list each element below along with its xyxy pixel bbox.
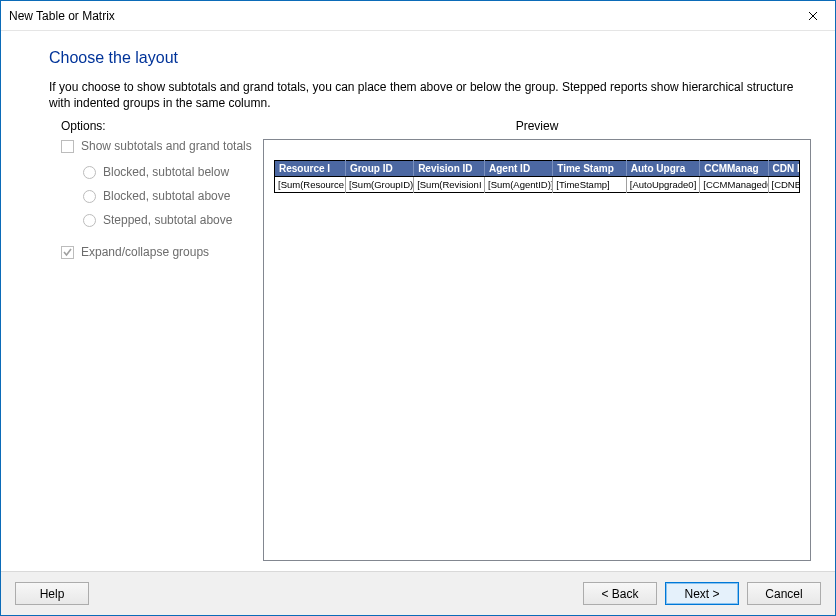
option-blocked-below: Blocked, subtotal below [83, 165, 263, 179]
option-stepped-above: Stepped, subtotal above [83, 213, 263, 227]
col-revision: Revision ID [414, 161, 485, 177]
option-expand-collapse[interactable]: Expand/collapse groups [61, 245, 263, 259]
preview-table: Resource I Group ID Revision ID Agent ID… [274, 160, 800, 193]
cell-autoupgra: [AutoUpgrade0] [626, 177, 700, 193]
cancel-button[interactable]: Cancel [747, 582, 821, 605]
options-label: Options: [61, 119, 263, 133]
window-title: New Table or Matrix [9, 9, 790, 23]
table-row: [Sum(Resource [Sum(GroupID) [Sum(Revisio… [275, 177, 800, 193]
cell-agent: [Sum(AgentID)] [485, 177, 553, 193]
preview-label: Preview [263, 119, 811, 133]
table-header-row: Resource I Group ID Revision ID Agent ID… [275, 161, 800, 177]
col-timestamp: Time Stamp [553, 161, 627, 177]
body-row: Options: Show subtotals and grand totals… [25, 119, 811, 561]
checkbox-icon [61, 140, 74, 153]
close-button[interactable] [790, 1, 835, 30]
cell-resource: [Sum(Resource [275, 177, 346, 193]
options-column: Options: Show subtotals and grand totals… [25, 119, 263, 561]
option-stepped-above-label: Stepped, subtotal above [103, 213, 232, 227]
option-blocked-below-label: Blocked, subtotal below [103, 165, 229, 179]
option-show-subtotals-label: Show subtotals and grand totals [81, 139, 252, 153]
col-group: Group ID [345, 161, 413, 177]
cell-timestamp: [TimeStamp] [553, 177, 627, 193]
page-description: If you choose to show subtotals and gran… [49, 79, 811, 111]
content-area: Choose the layout If you choose to show … [1, 31, 835, 571]
col-agent: Agent ID [485, 161, 553, 177]
col-autoupgra: Auto Upgra [626, 161, 700, 177]
preview-box: Resource I Group ID Revision ID Agent ID… [263, 139, 811, 561]
col-ccmmanag: CCMManag [700, 161, 768, 177]
back-button[interactable]: < Back [583, 582, 657, 605]
cell-ccmmanag: [CCMManaged0 [700, 177, 768, 193]
next-button[interactable]: Next > [665, 582, 739, 605]
help-button[interactable]: Help [15, 582, 89, 605]
checkbox-icon [61, 246, 74, 259]
option-blocked-above-label: Blocked, subtotal above [103, 189, 230, 203]
col-cdnb: CDN B [768, 161, 800, 177]
radio-icon [83, 214, 96, 227]
radio-icon [83, 190, 96, 203]
wizard-window: New Table or Matrix Choose the layout If… [0, 0, 836, 616]
radio-icon [83, 166, 96, 179]
option-blocked-above: Blocked, subtotal above [83, 189, 263, 203]
preview-column: Preview Resource I Group ID Revision ID … [263, 119, 811, 561]
option-show-subtotals[interactable]: Show subtotals and grand totals [61, 139, 263, 153]
option-expand-collapse-label: Expand/collapse groups [81, 245, 209, 259]
close-icon [808, 11, 818, 21]
col-resource: Resource I [275, 161, 346, 177]
cell-revision: [Sum(RevisionI [414, 177, 485, 193]
cell-group: [Sum(GroupID) [345, 177, 413, 193]
titlebar: New Table or Matrix [1, 1, 835, 31]
cell-cdnb: [CDNBa [768, 177, 800, 193]
page-heading: Choose the layout [49, 49, 811, 67]
footer: Help < Back Next > Cancel [1, 571, 835, 615]
